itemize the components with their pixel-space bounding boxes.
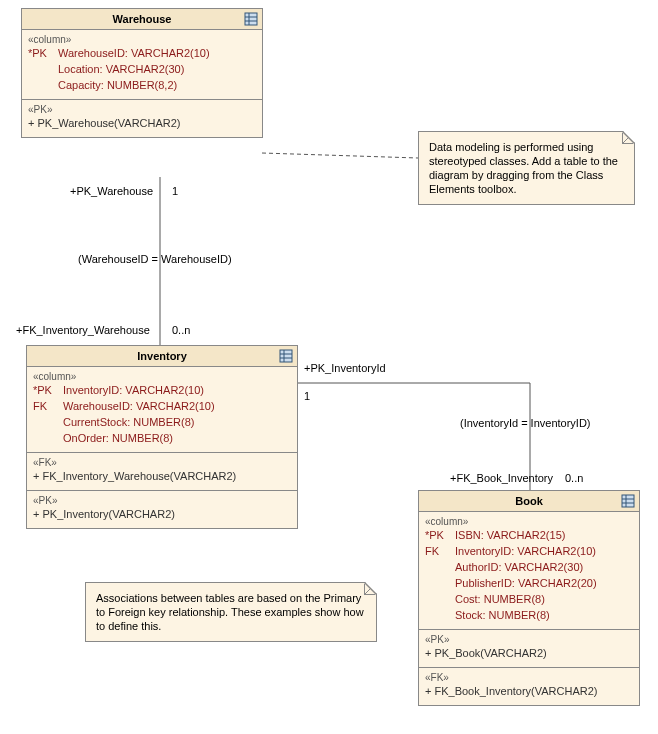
stereo-fk: «FK» [425,672,633,683]
svg-rect-6 [280,350,292,362]
label-fk-inventory-warehouse: +FK_Inventory_Warehouse [16,324,150,336]
column-row: Stock: NUMBER(8) [425,607,633,623]
column-row: CurrentStock: NUMBER(8) [33,414,291,430]
table-icon [279,349,293,363]
pk-row: + PK_Inventory(VARCHAR2) [33,506,291,522]
title-text: Inventory [137,350,187,362]
label-pk-inventoryid: +PK_InventoryId [304,362,386,374]
column-row: Cost: NUMBER(8) [425,591,633,607]
column-row: FKInventoryID: VARCHAR2(10) [425,543,633,559]
pk-section: «PK» + PK_Book(VARCHAR2) [419,630,639,668]
pk-section: «PK» + PK_Warehouse(VARCHAR2) [22,100,262,137]
fk-section: «FK» + FK_Inventory_Warehouse(VARCHAR2) [27,453,297,491]
entity-book[interactable]: Book «column» *PKISBN: VARCHAR2(15) FKIn… [418,490,640,706]
multiplicity-many: 0..n [565,472,583,484]
columns-section: «column» *PKISBN: VARCHAR2(15) FKInvento… [419,512,639,630]
column-row: Location: VARCHAR2(30) [28,61,256,77]
stereo-fk: «FK» [33,457,291,468]
multiplicity-one: 1 [304,390,310,402]
note-text: Data modeling is performed using stereot… [429,141,618,195]
svg-rect-10 [622,495,634,507]
stereo-column: «column» [33,371,291,382]
fk-row: + FK_Book_Inventory(VARCHAR2) [425,683,633,699]
label-fk-book-inventory: +FK_Book_Inventory [450,472,553,484]
label-join-inventory: (InventoryId = InventoryID) [460,417,591,429]
columns-section: «column» *PKWarehouseID: VARCHAR2(10) Lo… [22,30,262,100]
pk-section: «PK» + PK_Inventory(VARCHAR2) [27,491,297,528]
column-row: *PKWarehouseID: VARCHAR2(10) [28,45,256,61]
multiplicity-many: 0..n [172,324,190,336]
table-icon [621,494,635,508]
stereo-pk: «PK» [425,634,633,645]
column-row: FKWarehouseID: VARCHAR2(10) [33,398,291,414]
note-data-modeling: Data modeling is performed using stereot… [418,131,635,205]
column-row: PublisherID: VARCHAR2(20) [425,575,633,591]
entity-title-warehouse: Warehouse [22,9,262,30]
stereo-column: «column» [425,516,633,527]
entity-inventory[interactable]: Inventory «column» *PKInventoryID: VARCH… [26,345,298,529]
svg-rect-2 [245,13,257,25]
stereo-pk: «PK» [28,104,256,115]
stereo-column: «column» [28,34,256,45]
label-pk-warehouse: +PK_Warehouse [70,185,153,197]
stereo-pk: «PK» [33,495,291,506]
entity-title-inventory: Inventory [27,346,297,367]
multiplicity-one: 1 [172,185,178,197]
column-row: Capacity: NUMBER(8,2) [28,77,256,93]
entity-warehouse[interactable]: Warehouse «column» *PKWarehouseID: VARCH… [21,8,263,138]
table-icon [244,12,258,26]
note-text: Associations between tables are based on… [96,592,364,632]
note-associations: Associations between tables are based on… [85,582,377,642]
fk-section: «FK» + FK_Book_Inventory(VARCHAR2) [419,668,639,705]
entity-title-book: Book [419,491,639,512]
label-join-warehouse: (WarehouseID = WarehouseID) [78,253,232,265]
fk-row: + FK_Inventory_Warehouse(VARCHAR2) [33,468,291,484]
title-text: Warehouse [113,13,172,25]
pk-row: + PK_Book(VARCHAR2) [425,645,633,661]
column-row: *PKInventoryID: VARCHAR2(10) [33,382,291,398]
svg-line-1 [262,153,418,158]
column-row: OnOrder: NUMBER(8) [33,430,291,446]
column-row: AuthorID: VARCHAR2(30) [425,559,633,575]
column-row: *PKISBN: VARCHAR2(15) [425,527,633,543]
title-text: Book [515,495,543,507]
columns-section: «column» *PKInventoryID: VARCHAR2(10) FK… [27,367,297,453]
pk-row: + PK_Warehouse(VARCHAR2) [28,115,256,131]
